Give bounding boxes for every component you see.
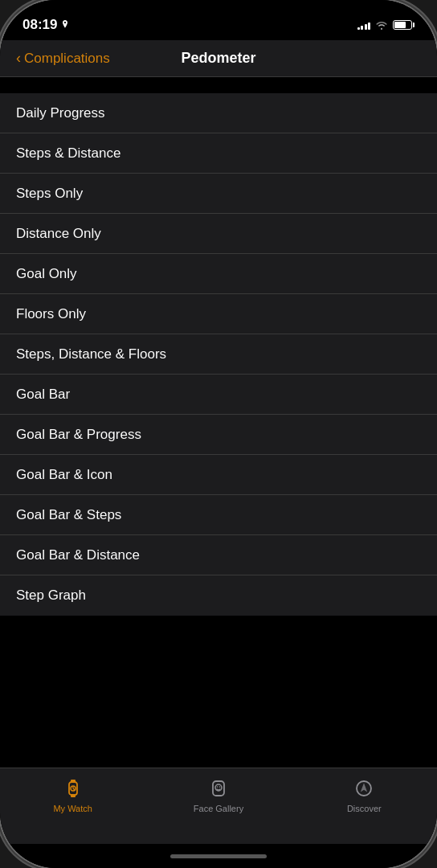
location-icon xyxy=(60,20,70,30)
list-item-label-goal-bar: Goal Bar xyxy=(16,387,70,403)
notch xyxy=(162,0,275,23)
nav-header: ‹ Complications Pedometer xyxy=(0,40,437,77)
phone-frame: 08:19 xyxy=(0,0,437,868)
svg-point-9 xyxy=(219,786,221,788)
list-item-label-steps-only: Steps Only xyxy=(16,186,83,202)
tab-icon-discover xyxy=(352,776,376,800)
list-item-goal-bar-distance[interactable]: Goal Bar & Distance xyxy=(0,535,437,575)
list-item-label-goal-bar-progress: Goal Bar & Progress xyxy=(16,427,141,443)
time-display: 08:19 xyxy=(22,17,57,33)
list-item-label-step-graph: Step Graph xyxy=(16,588,86,604)
list-item-label-floors-only: Floors Only xyxy=(16,306,86,322)
signal-bar-3 xyxy=(365,24,367,30)
back-chevron-icon: ‹ xyxy=(16,50,21,67)
tab-icon-my-watch xyxy=(61,776,85,800)
list-item-label-goal-bar-distance: Goal Bar & Distance xyxy=(16,547,140,563)
tab-label-face-gallery: Face Gallery xyxy=(194,804,243,813)
svg-line-5 xyxy=(73,788,75,790)
status-icons xyxy=(357,20,415,30)
svg-marker-11 xyxy=(361,784,366,791)
svg-point-8 xyxy=(217,786,218,788)
phone-screen: 08:19 xyxy=(0,0,437,868)
svg-rect-1 xyxy=(71,780,76,783)
list-item-steps-distance-floors[interactable]: Steps, Distance & Floors xyxy=(0,334,437,375)
wifi-icon xyxy=(375,20,388,30)
tab-label-my-watch: My Watch xyxy=(53,804,92,813)
list-item-goal-bar-progress[interactable]: Goal Bar & Progress xyxy=(0,415,437,455)
back-label: Complications xyxy=(24,51,110,67)
svg-rect-2 xyxy=(71,794,76,797)
list-item-goal-only[interactable]: Goal Only xyxy=(0,254,437,294)
list-item-daily-progress[interactable]: Daily Progress xyxy=(0,93,437,133)
list-item-label-steps-distance: Steps & Distance xyxy=(16,145,120,162)
empty-space xyxy=(0,616,437,768)
signal-bar-2 xyxy=(361,26,363,30)
list-item-label-goal-bar-steps: Goal Bar & Steps xyxy=(16,507,121,523)
home-bar xyxy=(170,854,267,858)
list-item-label-distance-only: Distance Only xyxy=(16,226,101,242)
page-title: Pedometer xyxy=(181,50,255,67)
list-item-floors-only[interactable]: Floors Only xyxy=(0,294,437,334)
list-item-label-goal-bar-icon: Goal Bar & Icon xyxy=(16,467,112,483)
list-item-label-goal-only: Goal Only xyxy=(16,266,77,282)
svg-rect-6 xyxy=(213,781,224,796)
signal-icon xyxy=(357,20,371,30)
list-item-step-graph[interactable]: Step Graph xyxy=(0,575,437,616)
tab-discover[interactable]: Discover xyxy=(324,776,404,813)
list-item-label-steps-distance-floors: Steps, Distance & Floors xyxy=(16,346,166,362)
list-item-goal-bar[interactable]: Goal Bar xyxy=(0,375,437,415)
tab-face-gallery[interactable]: Face Gallery xyxy=(178,776,259,813)
tab-label-discover: Discover xyxy=(347,804,382,813)
list-item-steps-distance[interactable]: Steps & Distance xyxy=(0,133,437,174)
tab-icon-face-gallery xyxy=(206,776,231,800)
signal-bar-4 xyxy=(368,23,370,30)
battery-icon xyxy=(393,20,415,30)
back-button[interactable]: ‹ Complications xyxy=(16,50,110,67)
list-item-goal-bar-steps[interactable]: Goal Bar & Steps xyxy=(0,495,437,535)
main-content: Daily ProgressSteps & DistanceSteps Only… xyxy=(0,77,437,768)
tab-my-watch[interactable]: My Watch xyxy=(33,776,113,813)
list-item-label-daily-progress: Daily Progress xyxy=(16,105,105,121)
tab-bar: My Watch Face Gallery Discover xyxy=(0,768,437,844)
signal-bar-1 xyxy=(357,27,360,30)
list-item-steps-only[interactable]: Steps Only xyxy=(0,174,437,214)
home-indicator xyxy=(0,844,437,868)
list-item-distance-only[interactable]: Distance Only xyxy=(0,214,437,254)
status-time: 08:19 xyxy=(22,17,70,33)
list-container: Daily ProgressSteps & DistanceSteps Only… xyxy=(0,93,437,616)
list-item-goal-bar-icon[interactable]: Goal Bar & Icon xyxy=(0,455,437,495)
